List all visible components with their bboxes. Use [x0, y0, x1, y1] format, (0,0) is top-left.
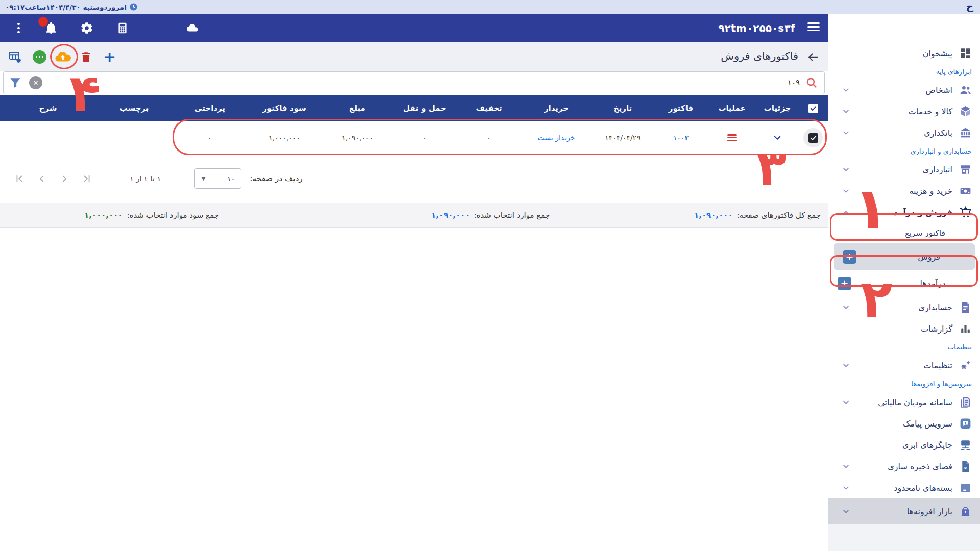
sidebar-item-dashboard[interactable]: پیشخوان — [828, 42, 980, 64]
sidebar-item-accounting[interactable]: حسابداری — [828, 296, 980, 318]
add-invoice-button[interactable]: + — [103, 42, 116, 71]
select-all-checkbox[interactable] — [808, 104, 818, 113]
sidebar-item-tax-system[interactable]: سامانه مودیان مالیاتی — [828, 391, 980, 413]
sidebar: پیشخوان ابزارهای پایه اشخاص کالا و خدمات… — [828, 14, 980, 551]
col-amount[interactable]: مبلغ — [322, 104, 393, 113]
chevron-down-icon — [842, 484, 850, 492]
navbar: ۰ ۹۲tm۰۲۵۵۰s۳f — [0, 14, 828, 42]
section-accounting-warehousing: حسابداری و انبارداری — [828, 143, 980, 159]
filter-funnel-icon[interactable] — [9, 76, 22, 89]
more-options-button[interactable] — [33, 42, 46, 71]
row-operations-menu[interactable] — [707, 134, 756, 141]
table-row[interactable]: ۱۰۰۳ ۱۴۰۴/۰۴/۲۹ خریدار تست ۰ ۰ ۱,۰۹۰,۰۰۰… — [0, 121, 828, 155]
section-settings: تنظیمات — [828, 339, 980, 355]
sidebar-item-cloud-printers[interactable]: چاپگرهای ابری — [828, 434, 980, 456]
cloud-icon[interactable] — [186, 21, 199, 35]
search-input[interactable] — [739, 78, 800, 87]
column-settings-button[interactable] — [8, 42, 22, 71]
add-sale-button[interactable]: + — [843, 250, 856, 264]
navbar-icons: ۰ — [15, 14, 199, 42]
kebab-menu-icon[interactable] — [15, 21, 22, 36]
cloud-upload-button[interactable] — [54, 42, 71, 71]
delete-button[interactable] — [80, 42, 92, 71]
box-icon — [958, 105, 973, 118]
col-paid[interactable]: پرداختی — [173, 104, 247, 113]
row-details-expander[interactable] — [756, 133, 798, 142]
notification-badge: ۰ — [38, 17, 48, 27]
sidebar-item-reports[interactable]: گزارشات — [828, 318, 980, 339]
clock-icon — [129, 3, 138, 11]
row-buyer-link[interactable]: خریدار تست — [522, 134, 591, 142]
row-checkbox[interactable] — [803, 128, 823, 147]
sidebar-item-warehousing[interactable]: انبارداری — [828, 159, 980, 180]
search-icon[interactable] — [805, 76, 818, 89]
rows-per-page-select[interactable]: ▼ ۱۰ — [194, 168, 241, 189]
row-invoice-number[interactable]: ۱۰۰۳ — [654, 134, 707, 142]
sidebar-item-persons[interactable]: اشخاص — [828, 79, 980, 101]
col-description[interactable]: شرح — [0, 104, 96, 113]
first-page-button[interactable] — [8, 168, 31, 189]
col-tag[interactable]: برچسب — [96, 104, 173, 113]
col-details[interactable]: جزئیات — [756, 104, 798, 113]
row-date: ۱۴۰۴/۰۴/۲۹ — [591, 134, 654, 142]
page-total: جمع کل فاکتورهای صفحه: ۱,۰۹۰,۰۰۰ — [694, 203, 821, 228]
chevron-down-icon — [773, 133, 782, 142]
totals-bar: جمع کل فاکتورهای صفحه: ۱,۰۹۰,۰۰۰ جمع موا… — [0, 203, 828, 228]
next-page-button[interactable] — [53, 168, 76, 189]
chevron-down-icon: ▼ — [201, 175, 205, 182]
selected-profit-total: جمع سود موارد انتخاب شده: ۱,۰۰۰,۰۰۰ — [84, 203, 219, 228]
prev-page-button[interactable] — [31, 168, 53, 189]
sidebar-item-unlimited-packages[interactable]: بسته‌های نامحدود — [828, 477, 980, 498]
bar-chart-icon — [958, 322, 973, 335]
rows-per-page-value: ۱۰ — [227, 174, 235, 183]
sidebar-item-settings[interactable]: تنظیمات — [828, 355, 980, 376]
sidebar-footer-area — [828, 524, 980, 551]
col-operations[interactable]: عملیات — [707, 104, 756, 113]
cart-icon — [958, 206, 973, 219]
section-basic-tools: ابزارهای پایه — [828, 64, 980, 79]
current-date: امروزدوشنبه ۱۴۰۴/۴/۳۰ساعت۰۹:۱۷ — [5, 0, 138, 14]
chevron-down-icon — [842, 361, 850, 370]
col-date[interactable]: تاریخ — [591, 104, 654, 113]
chevron-down-icon — [842, 462, 850, 471]
sidebar-item-purchase-expense[interactable]: خرید و هزینه — [828, 180, 980, 202]
sidebar-item-sales-income[interactable]: فروش و درآمد — [828, 202, 980, 223]
business-code[interactable]: ۹۲tm۰۲۵۵۰s۳f — [718, 14, 795, 42]
col-shipping[interactable]: حمل و نقل — [393, 104, 456, 113]
add-income-button[interactable]: + — [838, 277, 851, 290]
sidebar-toggle-icon[interactable] — [807, 22, 820, 31]
last-page-button[interactable] — [76, 168, 98, 189]
sidebar-item-quick-invoice[interactable]: فاکتور سریع — [828, 223, 980, 243]
col-buyer[interactable]: خریدار — [522, 104, 591, 113]
selected-total-value: ۱,۰۹۰,۰۰۰ — [431, 211, 470, 220]
chevron-down-icon — [842, 187, 850, 195]
sidebar-item-sms-service[interactable]: سرویس پیامک — [828, 413, 980, 434]
clear-filter-icon[interactable]: ✕ — [29, 76, 42, 89]
chevron-down-icon — [842, 129, 850, 137]
sidebar-item-sales[interactable]: فروش + — [834, 243, 975, 270]
sidebar-item-goods-services[interactable]: کالا و خدمات — [828, 101, 980, 122]
cash-icon — [958, 185, 973, 197]
col-invoice[interactable]: فاکتور — [654, 104, 707, 113]
back-arrow-icon[interactable] — [806, 51, 820, 64]
settings-gear-icon[interactable] — [80, 21, 93, 35]
sidebar-item-incomes[interactable]: درآمدها + — [828, 270, 980, 296]
apps-grid-icon[interactable] — [152, 22, 163, 34]
selected-total: جمع موارد انتخاب شده: ۱,۰۹۰,۰۰۰ — [431, 203, 550, 228]
sidebar-item-banking[interactable]: بانکداری — [828, 122, 980, 143]
notifications-bell-icon[interactable]: ۰ — [44, 21, 58, 35]
col-discount[interactable]: تخفیف — [456, 104, 522, 113]
gears-icon — [958, 359, 973, 372]
top-strip: امروزدوشنبه ۱۴۰۴/۴/۳۰ساعت۰۹:۱۷ ح — [0, 0, 980, 14]
sidebar-item-storage[interactable]: فضای ذخیره سازی — [828, 456, 980, 477]
package-icon — [958, 482, 973, 494]
pagination-bar: ۱ تا ۱ از ۱ ▼ ۱۰ ردیف در صفحه: — [0, 155, 828, 202]
chevron-up-icon — [842, 208, 850, 217]
filter-bar: ✕ — [3, 71, 825, 94]
page-total-value: ۱,۰۹۰,۰۰۰ — [694, 211, 732, 220]
sidebar-item-addons-market[interactable]: بازار افزونه‌ها — [828, 498, 980, 524]
calculator-icon[interactable] — [116, 21, 129, 35]
chevron-down-icon — [842, 398, 850, 407]
col-invoice-profit[interactable]: سود فاکتور — [247, 104, 322, 113]
ledger-icon — [958, 301, 973, 314]
